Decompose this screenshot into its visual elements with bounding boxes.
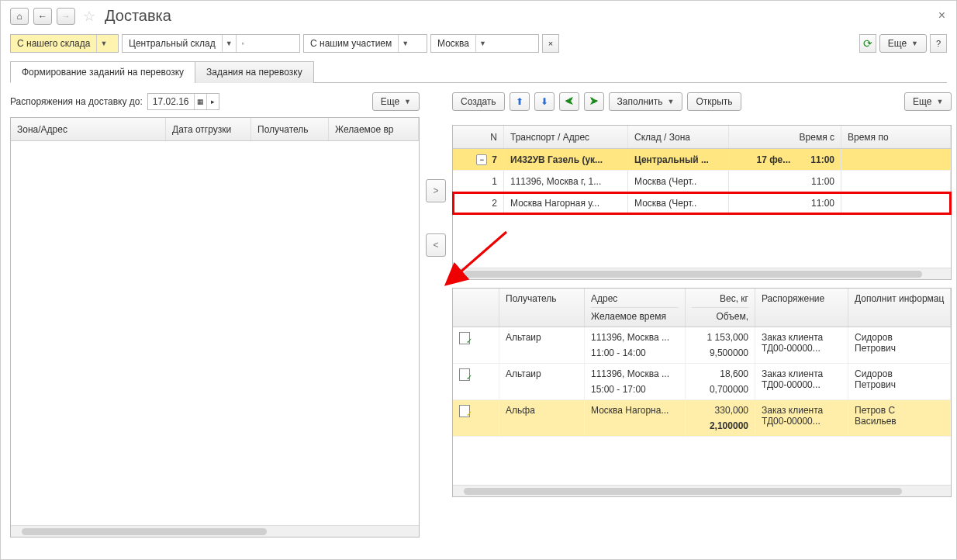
document-ok-icon <box>459 368 470 379</box>
col-time-from[interactable]: Время с <box>729 126 841 148</box>
cell-recipient: Альтаир <box>499 364 585 399</box>
warehouse-combo[interactable]: Центральный склад ▼ ▫ <box>122 34 300 53</box>
h-scrollbar[interactable] <box>453 485 951 496</box>
stepper-icon[interactable]: ▸ <box>206 94 219 109</box>
forward-button[interactable]: → <box>57 8 75 25</box>
row-time: 11:00 <box>729 171 841 192</box>
cell-order2: ТД00-00000... <box>762 343 841 354</box>
shift-right-button[interactable]: ⮞ <box>584 92 604 111</box>
home-button[interactable]: ⌂ <box>10 8 29 25</box>
col-wished[interactable]: Желаемое время <box>591 307 679 322</box>
group-time: 11:00 <box>810 154 834 165</box>
detail-row[interactable]: Альтаир 111396, Москва ... 11:00 - 14:00… <box>453 327 951 364</box>
cell-weight: 330,000 <box>692 405 748 416</box>
col-recipient[interactable]: Получатель <box>251 118 329 140</box>
participation-combo[interactable]: С нашим участием ▼ <box>303 34 427 53</box>
document-ok-icon <box>459 332 470 343</box>
row-sklad: Москва (Черт.. <box>628 192 729 213</box>
move-right-button[interactable]: > <box>426 179 446 202</box>
move-up-button[interactable]: ⬆ <box>510 92 530 111</box>
col-zone[interactable]: Зона/Адрес <box>11 118 166 140</box>
collapse-icon[interactable]: − <box>476 154 487 165</box>
group-n: 7 <box>492 154 497 165</box>
h-scrollbar[interactable] <box>453 268 951 279</box>
cell-order2: ТД00-00000... <box>762 416 841 427</box>
cell-extra1: Петров С <box>855 405 944 416</box>
chevron-down-icon[interactable]: ▼ <box>398 35 412 52</box>
tab-transport-tasks[interactable]: Задания на перевозку <box>195 61 314 83</box>
refresh-button[interactable]: ⟳ <box>859 34 876 53</box>
back-button[interactable]: ← <box>33 8 52 25</box>
group-sklad: Центральный ... <box>628 149 729 170</box>
cell-order2: ТД00-00000... <box>762 379 841 390</box>
col-n[interactable]: N <box>453 126 504 148</box>
move-down-button[interactable]: ⬇ <box>534 92 555 111</box>
cell-order1: Заказ клиента <box>762 368 841 379</box>
row-transport: Москва Нагорная у... <box>504 192 628 213</box>
col-icon <box>453 289 499 327</box>
col-sklad[interactable]: Склад / Зона <box>628 126 729 148</box>
col-ship-date[interactable]: Дата отгрузки <box>166 118 251 140</box>
col-order[interactable]: Распоряжение <box>755 289 848 327</box>
arrow-down-icon: ⬇ <box>541 96 548 107</box>
chevron-down-icon: ▼ <box>936 98 943 105</box>
col-transport[interactable]: Транспорт / Адрес <box>504 126 628 148</box>
cell-address: Москва Нагорна... <box>591 405 679 416</box>
cell-address: 111396, Москва ... <box>591 368 679 379</box>
city-combo[interactable]: Москва ▼ <box>430 34 539 53</box>
calendar-icon[interactable]: ▦ <box>194 94 206 109</box>
until-date-input[interactable]: 17.02.16 ▦ ▸ <box>147 93 219 110</box>
move-left-button[interactable]: < <box>426 233 446 257</box>
col-volume[interactable]: Объем, <box>692 307 748 322</box>
transport-group-row[interactable]: −7 И432УВ Газель (ук... Центральный ... … <box>453 149 951 171</box>
tab-form-tasks[interactable]: Формирование заданий на перевозку <box>10 61 195 83</box>
row-n: 1 <box>453 171 504 192</box>
open-button[interactable]: Открыть <box>687 92 741 111</box>
create-button[interactable]: Создать <box>452 92 505 111</box>
cell-extra1: Сидоров <box>855 332 944 343</box>
orders-detail-table[interactable]: Получатель Адрес Желаемое время Вес, кг … <box>452 288 952 497</box>
open-dialog-icon[interactable]: ▫ <box>236 35 250 52</box>
chevron-down-icon: ▼ <box>668 98 675 105</box>
orders-grid[interactable]: Зона/Адрес Дата отгрузки Получатель Жела… <box>10 117 420 538</box>
chevron-down-icon[interactable]: ▼ <box>475 35 489 52</box>
col-time-to[interactable]: Время по <box>841 126 951 148</box>
chevron-down-icon: ▼ <box>911 40 918 47</box>
left-more-button[interactable]: Еще ▼ <box>372 92 420 111</box>
more-button[interactable]: Еще ▼ <box>879 34 927 53</box>
detail-row-selected[interactable]: Альфа Москва Нагорна... 330,000 2,100000… <box>453 400 951 437</box>
clear-city-button[interactable]: × <box>542 34 559 53</box>
col-wished-time[interactable]: Желаемое вр <box>329 118 419 140</box>
cell-extra2: Васильев <box>855 416 944 427</box>
warehouse-value: Центральный склад <box>123 38 222 49</box>
cell-weight: 1 153,000 <box>692 332 748 343</box>
origin-combo[interactable]: С нашего склада ▼ <box>10 34 119 53</box>
page-title: Доставка <box>105 7 171 25</box>
favorite-star-icon[interactable]: ☆ <box>83 8 95 25</box>
col-extra[interactable]: Дополнит информац <box>848 289 951 327</box>
close-button[interactable]: × <box>938 9 945 22</box>
chevron-down-icon: ▼ <box>404 98 411 105</box>
group-date: 17 фе... <box>757 154 791 165</box>
transport-row[interactable]: 1 111396, Москва г, 1... Москва (Черт.. … <box>453 171 951 192</box>
chevron-down-icon[interactable]: ▼ <box>96 35 110 52</box>
h-scrollbar[interactable] <box>11 525 419 537</box>
col-recipient[interactable]: Получатель <box>506 293 578 304</box>
cell-extra2: Петрович <box>855 343 944 354</box>
arrow-right-icon: ⮞ <box>589 96 599 107</box>
cell-weight: 18,600 <box>692 368 748 379</box>
right-more-button[interactable]: Еще ▼ <box>904 92 952 111</box>
row-sklad: Москва (Черт.. <box>628 171 729 192</box>
col-address[interactable]: Адрес <box>591 293 679 304</box>
transport-table[interactable]: N Транспорт / Адрес Склад / Зона Время с… <box>452 125 952 280</box>
detail-row[interactable]: Альтаир 111396, Москва ... 15:00 - 17:00… <box>453 364 951 400</box>
chevron-down-icon[interactable]: ▼ <box>222 35 236 52</box>
cell-volume: 2,100000 <box>692 420 748 431</box>
fill-button[interactable]: Заполнить ▼ <box>609 92 683 111</box>
shift-left-button[interactable]: ⮜ <box>559 92 579 111</box>
origin-value: С нашего склада <box>11 38 96 49</box>
col-weight[interactable]: Вес, кг <box>692 293 748 304</box>
help-button[interactable]: ? <box>930 34 947 53</box>
participation-value: С нашим участием <box>304 38 398 49</box>
transport-row-highlighted[interactable]: 2 Москва Нагорная у... Москва (Черт.. 11… <box>453 192 951 214</box>
